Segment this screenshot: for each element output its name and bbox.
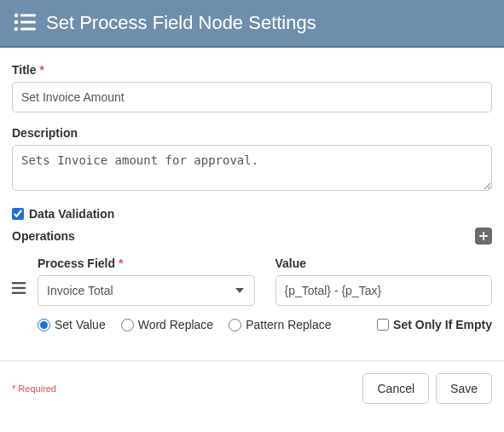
list-icon [14,13,36,34]
save-button[interactable]: Save [436,373,492,404]
operation-row: Process Field * Invoice Total Value Set … [12,256,492,331]
required-star: * [119,256,123,270]
cancel-button[interactable]: Cancel [362,373,429,404]
data-validation-label: Data Validation [29,207,114,221]
set-only-if-empty[interactable]: Set Only If Empty [377,318,492,331]
data-validation-checkbox[interactable] [12,208,24,220]
description-label: Description [12,126,492,140]
process-field-select[interactable]: Invoice Total [38,275,255,306]
svg-rect-3 [20,20,36,23]
svg-point-2 [14,20,19,24]
mode-word-replace[interactable]: Word Replace [121,318,213,331]
drag-icon [12,282,26,294]
required-star: * [39,63,43,77]
mode-set-value[interactable]: Set Value [38,318,106,331]
svg-point-0 [14,13,19,17]
operations-label: Operations [12,229,75,243]
plus-icon [478,231,489,241]
svg-rect-8 [12,282,26,284]
process-field-label: Process Field * [38,256,255,270]
mode-pattern-replace[interactable]: Pattern Replace [229,318,331,331]
svg-rect-10 [12,292,26,294]
title-label: Title * [12,63,492,77]
svg-rect-7 [479,235,488,237]
dialog-footer: * Required Cancel Save [0,360,504,416]
drag-handle[interactable] [12,256,26,294]
svg-rect-9 [12,287,26,289]
value-label: Value [275,256,493,270]
title-input[interactable] [12,82,492,112]
add-operation-button[interactable] [475,228,492,245]
svg-rect-1 [20,14,36,16]
svg-point-4 [14,26,19,31]
svg-rect-5 [20,27,36,30]
form-body: Title * Description Data Validation Oper… [0,48,504,331]
dialog-title: Set Process Field Node Settings [46,12,316,34]
required-note: * Required [12,383,56,394]
dialog-header: Set Process Field Node Settings [0,0,504,48]
description-input[interactable] [12,145,492,191]
value-input[interactable] [275,275,493,306]
